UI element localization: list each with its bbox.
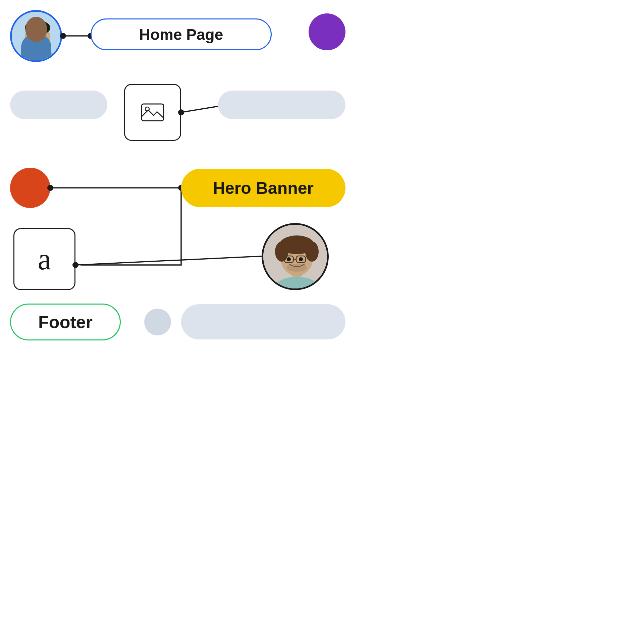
svg-point-9 — [25, 20, 50, 35]
hero-banner-label: Hero Banner — [213, 178, 314, 198]
svg-rect-5 — [12, 12, 62, 62]
svg-point-8 — [25, 24, 50, 52]
canvas: Home Page Hero Banner a — [0, 0, 356, 356]
connector-dot-red-right — [47, 185, 53, 191]
connector-dot-avatar1-right — [60, 33, 66, 39]
home-page-label: Home Page — [139, 25, 223, 44]
footer-node[interactable]: Footer — [10, 304, 121, 340]
svg-point-6 — [19, 49, 56, 62]
gray-pill-right[interactable] — [218, 91, 345, 119]
svg-point-25 — [302, 239, 314, 254]
image-icon — [141, 101, 164, 124]
small-gray-circle[interactable] — [144, 309, 171, 335]
red-circle-node[interactable] — [10, 168, 50, 208]
purple-circle-node[interactable] — [309, 13, 345, 50]
svg-point-24 — [280, 239, 292, 254]
avatar-1[interactable] — [10, 10, 62, 62]
svg-point-30 — [287, 257, 291, 261]
avatar-2[interactable] — [262, 223, 329, 290]
svg-rect-10 — [28, 36, 35, 41]
svg-rect-11 — [37, 36, 44, 41]
image-node[interactable] — [124, 84, 181, 141]
home-page-node[interactable]: Home Page — [91, 18, 272, 50]
hero-banner-node[interactable]: Hero Banner — [181, 169, 345, 207]
svg-point-14 — [39, 37, 42, 40]
footer-label: Footer — [38, 312, 93, 332]
bottom-gray-pill[interactable] — [181, 304, 345, 339]
connector-dot-lettera-right — [72, 262, 78, 268]
gray-pill-left[interactable] — [10, 91, 107, 119]
letter-a-label: a — [38, 242, 51, 276]
svg-line-3 — [75, 255, 288, 265]
letter-a-node[interactable]: a — [13, 228, 75, 290]
svg-rect-7 — [33, 44, 43, 52]
connector-dot-image-right — [178, 109, 184, 115]
svg-rect-15 — [142, 104, 164, 121]
svg-point-31 — [299, 257, 303, 261]
svg-point-13 — [30, 37, 33, 40]
